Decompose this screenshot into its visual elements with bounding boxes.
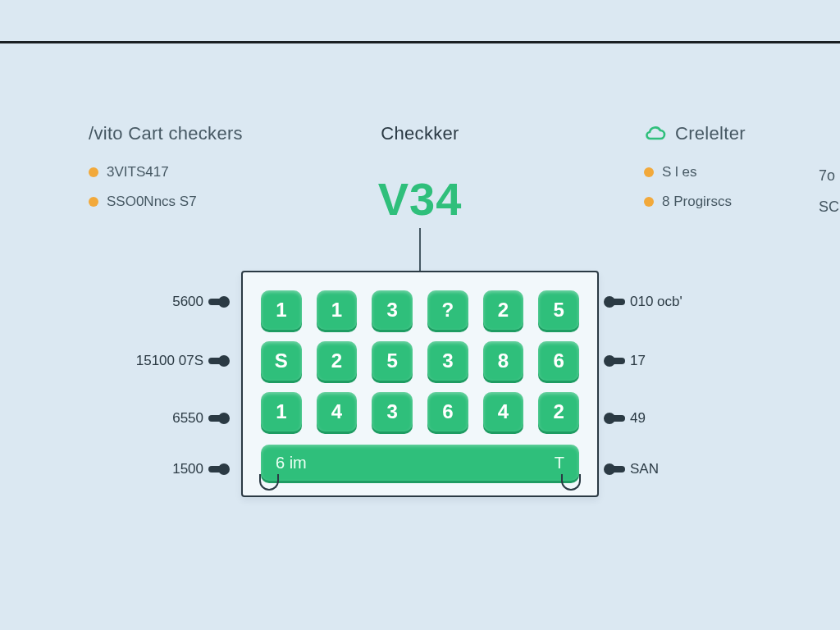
pin-icon — [208, 415, 226, 422]
keypad-key[interactable]: 6 — [427, 392, 468, 431]
axis-value: 1500 — [172, 461, 203, 477]
axis-tick-left: 15100 07S — [95, 353, 226, 369]
keypad-key[interactable]: 1 — [261, 392, 302, 431]
top-divider — [0, 41, 840, 43]
keypad-key[interactable]: 2 — [317, 341, 358, 381]
keypad-grid: 1 1 3 ? 2 5 S 2 5 3 8 6 1 4 3 6 4 2 — [261, 290, 579, 431]
keypad-key[interactable]: 4 — [483, 392, 524, 431]
keypad-key[interactable]: 2 — [483, 290, 524, 330]
axis-tick-left: 5600 — [95, 294, 226, 310]
axis-value: 17 — [630, 353, 646, 369]
keypad-key[interactable]: 4 — [317, 392, 358, 431]
col-header-right-label: Crelelter — [675, 123, 746, 144]
bar-right-label: T — [555, 454, 564, 472]
pin-icon — [607, 415, 625, 422]
keypad-key[interactable]: 3 — [372, 290, 413, 330]
pin-icon — [607, 299, 625, 305]
axis-tick-left: 1500 — [95, 461, 226, 477]
keypad-panel: 1 1 3 ? 2 5 S 2 5 3 8 6 1 4 3 6 4 2 6 im… — [241, 271, 599, 497]
axis-tick-right: 17 — [607, 353, 646, 369]
cloud-icon — [644, 126, 667, 142]
axis-value: 010 ocb' — [630, 294, 682, 310]
axis-value: 15100 07S — [136, 353, 203, 369]
axis-value: 5600 — [172, 294, 203, 310]
keypad-key[interactable]: 2 — [538, 392, 579, 431]
keypad-key[interactable]: 8 — [483, 341, 524, 381]
keypad-key[interactable]: 3 — [372, 392, 413, 431]
axis-tick-right: 010 ocb' — [607, 294, 682, 310]
keypad-key[interactable]: S — [261, 341, 302, 381]
keypad-key[interactable]: ? — [427, 290, 468, 330]
pin-icon — [607, 358, 625, 364]
keypad-key[interactable]: 1 — [317, 290, 358, 330]
version-connector — [419, 228, 421, 271]
axis-tick-right: 49 — [607, 410, 646, 427]
version-label: V34 — [0, 172, 840, 226]
axis-tick-left: 6550 — [95, 410, 226, 427]
keypad-key[interactable]: 3 — [427, 341, 468, 381]
bar-left-label: 6 im — [276, 454, 307, 472]
axis-tick-right: SAN — [607, 461, 659, 477]
keypad-key[interactable]: 6 — [538, 341, 579, 381]
col-header-right: Crelelter — [644, 123, 746, 144]
pin-icon — [208, 299, 226, 305]
pin-icon — [607, 466, 625, 472]
keypad-key[interactable]: 5 — [538, 290, 579, 330]
keypad-key[interactable]: 1 — [261, 290, 302, 330]
axis-value: 49 — [630, 410, 646, 427]
keypad-key[interactable]: 5 — [372, 341, 413, 381]
pin-icon — [208, 466, 226, 472]
axis-value: SAN — [630, 461, 659, 477]
keypad-bottom-bar[interactable]: 6 im T — [261, 445, 579, 481]
axis-value: 6550 — [172, 410, 203, 427]
pin-icon — [208, 358, 226, 364]
